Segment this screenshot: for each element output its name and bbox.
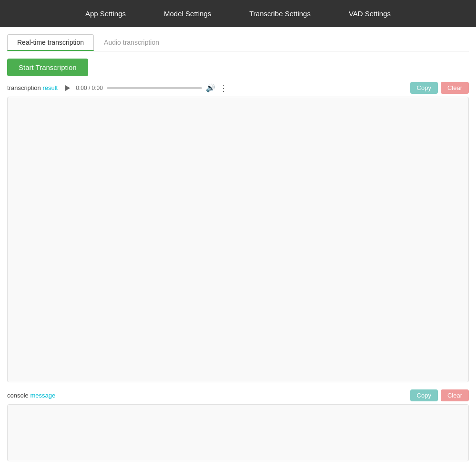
start-transcription-button[interactable]: Start Transcription [7,59,88,76]
volume-icon[interactable]: 🔊 [206,83,215,92]
tab-audio[interactable]: Audio transcription [94,34,169,51]
nav-item-transcribe-settings[interactable]: Transcribe Settings [230,0,330,27]
transcription-action-buttons: Copy Clear [410,82,469,94]
main-content: Real-time transcription Audio transcript… [0,27,476,468]
console-message-row: console message Copy Clear [7,389,469,401]
console-message-label: console message [7,392,55,399]
transcription-result-row: transcription result 0:00 / 0:00 🔊 ⋮ Cop… [7,82,469,94]
transcription-clear-button[interactable]: Clear [441,82,469,94]
audio-progress-bar[interactable] [107,87,202,89]
play-button[interactable] [62,83,72,93]
more-options-icon[interactable]: ⋮ [219,83,228,93]
console-copy-button[interactable]: Copy [410,389,438,401]
audio-time: 0:00 / 0:00 [76,85,103,91]
tab-realtime[interactable]: Real-time transcription [7,34,94,51]
console-clear-button[interactable]: Clear [441,389,469,401]
nav-item-app-settings[interactable]: App Settings [66,0,145,27]
svg-marker-0 [65,85,70,91]
console-action-buttons: Copy Clear [410,389,469,401]
tabs: Real-time transcription Audio transcript… [7,34,469,51]
transcription-result-box [7,97,469,382]
navbar: App Settings Model Settings Transcribe S… [0,0,476,27]
nav-item-vad-settings[interactable]: VAD Settings [330,0,410,27]
transcription-result-label: transcription result [7,84,58,91]
console-message-box [7,404,469,461]
transcription-copy-button[interactable]: Copy [410,82,438,94]
nav-item-model-settings[interactable]: Model Settings [145,0,230,27]
audio-player: 0:00 / 0:00 🔊 ⋮ [62,83,405,93]
